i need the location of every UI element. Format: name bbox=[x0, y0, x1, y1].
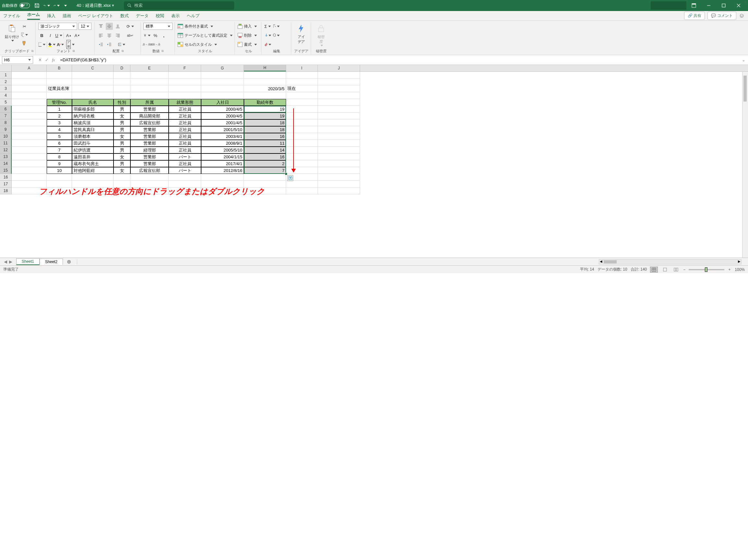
cell[interactable]: 商品開発部 bbox=[131, 113, 169, 119]
cell[interactable] bbox=[169, 92, 201, 99]
row-header[interactable]: 12 bbox=[0, 147, 12, 154]
vertical-scrollbar[interactable] bbox=[742, 72, 748, 258]
align-bottom-icon[interactable] bbox=[114, 23, 121, 30]
cell[interactable]: 従業員名簿 bbox=[47, 85, 72, 92]
cell[interactable]: 男 bbox=[114, 160, 131, 167]
dialog-launcher-icon[interactable]: ⧉ bbox=[122, 49, 123, 53]
cell[interactable]: 営業部 bbox=[131, 154, 169, 160]
qat-dropdown-icon[interactable] bbox=[64, 5, 67, 6]
cell[interactable]: 遠田喜井 bbox=[72, 154, 114, 160]
italic-button[interactable]: I bbox=[47, 32, 54, 39]
cell[interactable] bbox=[12, 72, 47, 78]
cell[interactable]: 19 bbox=[244, 113, 286, 119]
cell[interactable]: 営業部 bbox=[131, 160, 169, 167]
cell[interactable]: 正社員 bbox=[169, 133, 201, 140]
align-right-icon[interactable] bbox=[114, 32, 121, 39]
cell[interactable] bbox=[318, 154, 360, 160]
cell[interactable]: 営業部 bbox=[131, 126, 169, 133]
cell[interactable] bbox=[12, 85, 47, 92]
cell[interactable]: 女 bbox=[114, 133, 131, 140]
cell[interactable] bbox=[131, 72, 169, 78]
cell[interactable]: 氏名 bbox=[72, 99, 114, 106]
cell[interactable] bbox=[114, 78, 131, 85]
cell[interactable]: 入社日 bbox=[201, 99, 244, 106]
cell[interactable]: 9 bbox=[47, 160, 72, 167]
cell[interactable]: 7 bbox=[47, 147, 72, 154]
cell[interactable]: 18 bbox=[244, 126, 286, 133]
cell[interactable] bbox=[318, 133, 360, 140]
insert-cells-button[interactable]: 挿入 bbox=[237, 23, 257, 30]
row-header[interactable]: 3 bbox=[0, 85, 12, 92]
cell[interactable] bbox=[244, 72, 286, 78]
sort-filter-icon[interactable] bbox=[273, 23, 280, 30]
cell[interactable] bbox=[286, 188, 318, 194]
cell[interactable]: 羽蘇根多郎 bbox=[72, 106, 114, 113]
cell[interactable] bbox=[318, 174, 360, 181]
cell[interactable]: 広報宣伝部 bbox=[131, 119, 169, 126]
cell[interactable]: 2004/1/15 bbox=[201, 154, 244, 160]
cell[interactable]: 2008/9/1 bbox=[201, 140, 244, 147]
format-painter-icon[interactable] bbox=[21, 40, 28, 47]
cell[interactable] bbox=[318, 113, 360, 119]
format-as-table-button[interactable]: テーブルとして書式設定 bbox=[178, 32, 233, 39]
autosave-toggle[interactable]: 自動保存 オフ bbox=[2, 3, 30, 8]
cell[interactable] bbox=[12, 160, 47, 167]
align-left-icon[interactable] bbox=[97, 32, 104, 39]
cell[interactable]: 10 bbox=[47, 167, 72, 174]
cell[interactable]: 男 bbox=[114, 119, 131, 126]
fx-icon[interactable]: fx bbox=[52, 57, 55, 63]
decrease-indent-icon[interactable] bbox=[97, 41, 104, 48]
cell[interactable]: 2001/4/5 bbox=[201, 119, 244, 126]
column-header[interactable]: E bbox=[131, 65, 169, 71]
cell[interactable]: 男 bbox=[114, 106, 131, 113]
column-header[interactable]: F bbox=[169, 65, 201, 71]
cell[interactable] bbox=[318, 181, 360, 188]
cell[interactable]: パート bbox=[169, 167, 201, 174]
minimize-icon[interactable] bbox=[701, 0, 716, 11]
cell[interactable]: 6 bbox=[47, 140, 72, 147]
column-header[interactable]: D bbox=[114, 65, 131, 71]
fill-handle[interactable] bbox=[285, 172, 287, 175]
collapse-ribbon-icon[interactable]: ^ bbox=[744, 1, 746, 5]
cell[interactable]: 正社員 bbox=[169, 160, 201, 167]
column-header[interactable]: G bbox=[201, 65, 244, 71]
cell[interactable]: 芸民具真臼 bbox=[72, 126, 114, 133]
cell[interactable] bbox=[201, 78, 244, 85]
cell[interactable] bbox=[318, 140, 360, 147]
percent-icon[interactable]: % bbox=[152, 32, 159, 39]
tab-file[interactable]: ファイル bbox=[3, 13, 20, 19]
user-account[interactable] bbox=[651, 1, 686, 10]
cell[interactable] bbox=[114, 72, 131, 78]
cell[interactable]: 16 bbox=[244, 154, 286, 160]
cell[interactable]: 2001/5/10 bbox=[201, 126, 244, 133]
row-header[interactable]: 9 bbox=[0, 126, 12, 133]
accounting-format-icon[interactable]: ¥ bbox=[143, 32, 150, 39]
cell[interactable]: 2 bbox=[47, 113, 72, 119]
cell[interactable] bbox=[286, 147, 318, 154]
cell[interactable] bbox=[286, 133, 318, 140]
zoom-in-icon[interactable]: ＋ bbox=[728, 267, 731, 272]
cell[interactable] bbox=[318, 126, 360, 133]
cell[interactable]: 女 bbox=[114, 154, 131, 160]
column-header[interactable]: C bbox=[72, 65, 114, 71]
tab-pagelayout[interactable]: ページ レイアウト bbox=[78, 13, 113, 19]
cell[interactable] bbox=[169, 72, 201, 78]
row-header[interactable]: 17 bbox=[0, 181, 12, 188]
cell[interactable]: 18 bbox=[244, 119, 286, 126]
cell[interactable] bbox=[201, 92, 244, 99]
zoom-out-icon[interactable]: − bbox=[683, 267, 685, 272]
phonetic-icon[interactable]: ア亜 bbox=[67, 41, 74, 48]
cell[interactable]: 営業部 bbox=[131, 106, 169, 113]
row-header[interactable]: 2 bbox=[0, 78, 12, 85]
enter-formula-icon[interactable]: ✓ bbox=[45, 57, 49, 63]
cell[interactable]: 3 bbox=[47, 119, 72, 126]
row-header[interactable]: 1 bbox=[0, 72, 12, 78]
cell[interactable] bbox=[72, 92, 114, 99]
increase-indent-icon[interactable] bbox=[106, 41, 113, 48]
cell[interactable]: 2017/4/1 bbox=[201, 160, 244, 167]
tab-formulas[interactable]: 数式 bbox=[120, 13, 129, 19]
cell[interactable] bbox=[12, 106, 47, 113]
grow-font-icon[interactable]: A▲ bbox=[65, 32, 72, 39]
cell[interactable] bbox=[12, 78, 47, 85]
cell[interactable] bbox=[318, 188, 360, 194]
